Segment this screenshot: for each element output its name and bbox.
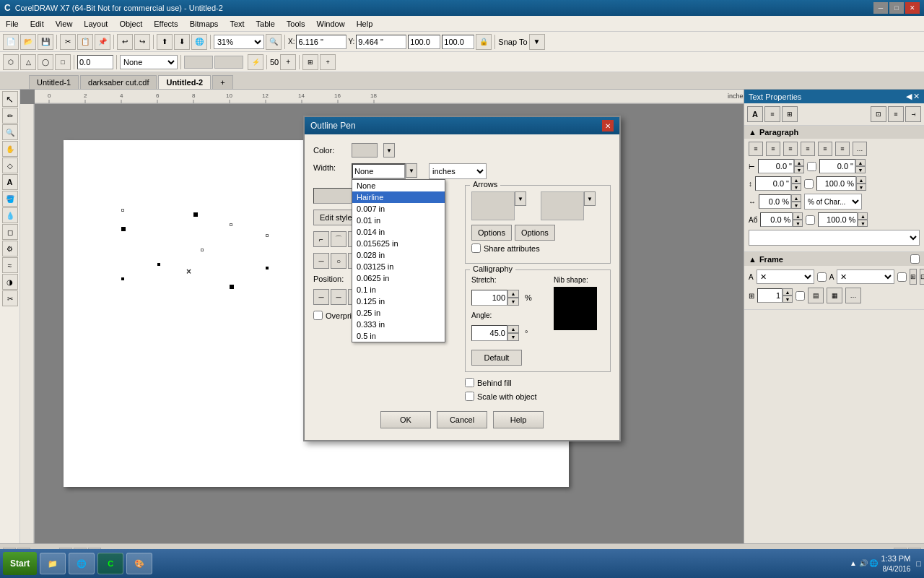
dialog-title-text: Outline Pen bbox=[310, 121, 356, 131]
behind-fill-checkbox[interactable] bbox=[465, 378, 474, 387]
stretch-input-wrapper: ▲ ▼ bbox=[471, 290, 519, 306]
color-swatch[interactable] bbox=[352, 143, 378, 158]
default-btn[interactable]: Default bbox=[471, 350, 522, 366]
width-combo-container: ▼ None Hairline 0.007 in 0.01 in 0.014 i… bbox=[352, 163, 417, 179]
overprint-checkbox[interactable] bbox=[313, 311, 323, 320]
width-option-0625[interactable]: 0.0625 in bbox=[352, 272, 445, 284]
stretch-input-row: ▲ ▼ % bbox=[471, 290, 548, 306]
arrows-grid: ▼ ▼ bbox=[471, 191, 604, 220]
corner-round-btn[interactable]: ⌒ bbox=[331, 231, 346, 247]
cancel-btn[interactable]: Cancel bbox=[437, 411, 487, 428]
stretch-unit: % bbox=[525, 293, 532, 302]
width-option-028[interactable]: 0.028 in bbox=[352, 249, 445, 261]
stretch-up[interactable]: ▲ bbox=[507, 290, 519, 298]
width-row: Width: ▼ None Hairline 0.007 in 0.01 in … bbox=[313, 163, 611, 179]
color-dropdown-arrow[interactable]: ▼ bbox=[383, 143, 395, 158]
outline-pen-dialog: Outline Pen ✕ Color: ▼ Width: ▼ bbox=[303, 116, 621, 441]
width-option-01in[interactable]: 0.1 in bbox=[352, 284, 445, 296]
width-option-05[interactable]: 0.5 in bbox=[352, 330, 445, 342]
width-unit-select[interactable]: inches bbox=[429, 163, 487, 179]
pos-inside-btn[interactable]: ─ bbox=[331, 289, 346, 305]
width-option-014[interactable]: 0.014 in bbox=[352, 226, 445, 238]
arrow-left-box[interactable] bbox=[471, 191, 515, 220]
dialog-overlay: Outline Pen ✕ Color: ▼ Width: ▼ bbox=[0, 0, 924, 578]
arrows-title: Arrows bbox=[470, 180, 500, 189]
angle-spin[interactable]: ▲ ▼ bbox=[507, 325, 519, 341]
calligraphy-title: Calligraphy bbox=[470, 264, 515, 273]
share-attributes-label: Share attributes bbox=[484, 244, 540, 253]
dialog-body: Color: ▼ Width: ▼ None Hairline 0.007 in bbox=[305, 134, 619, 440]
arrow-right-wrapper: ▼ bbox=[541, 191, 604, 220]
width-dropdown-list: None Hairline 0.007 in 0.01 in 0.014 in … bbox=[352, 179, 445, 342]
width-option-0333[interactable]: 0.333 in bbox=[352, 319, 445, 330]
angle-input-row: ▲ ▼ ° bbox=[471, 325, 548, 341]
arrow-options-btn1[interactable]: Options bbox=[471, 225, 512, 241]
angle-row: Angle: bbox=[471, 311, 548, 319]
stretch-input[interactable] bbox=[471, 290, 507, 306]
width-option-025[interactable]: 0.25 in bbox=[352, 307, 445, 319]
stretch-label: Stretch: bbox=[471, 276, 496, 284]
share-attr-row: Share attributes bbox=[471, 243, 604, 253]
scale-label: Scale with object bbox=[477, 392, 537, 401]
nib-label: Nib shape: bbox=[554, 276, 604, 284]
width-option-015625[interactable]: 0.015625 in bbox=[352, 238, 445, 249]
cap-round-btn[interactable]: ○ bbox=[331, 253, 346, 269]
width-combo-display: ▼ bbox=[352, 163, 417, 179]
stretch-down[interactable]: ▼ bbox=[507, 298, 519, 306]
angle-down[interactable]: ▼ bbox=[507, 333, 519, 341]
width-option-03125[interactable]: 0.03125 in bbox=[352, 261, 445, 272]
calligraphy-content: Stretch: ▲ ▼ bbox=[471, 276, 604, 366]
cap-flat-btn[interactable]: ─ bbox=[313, 253, 329, 269]
stretch-spin[interactable]: ▲ ▼ bbox=[507, 290, 519, 306]
width-dropdown-btn[interactable]: ▼ bbox=[406, 163, 417, 178]
dialog-title-bar: Outline Pen ✕ bbox=[305, 117, 619, 134]
angle-up[interactable]: ▲ bbox=[507, 325, 519, 333]
width-option-0125[interactable]: 0.125 in bbox=[352, 296, 445, 307]
pos-center-btn[interactable]: ─ bbox=[313, 289, 329, 305]
dialog-close-btn[interactable]: ✕ bbox=[602, 120, 614, 131]
share-attributes-checkbox[interactable] bbox=[471, 243, 481, 253]
color-row: Color: ▼ bbox=[313, 143, 611, 158]
behind-fill-row: Behind fill bbox=[465, 378, 611, 387]
angle-input-calli[interactable] bbox=[471, 325, 507, 341]
width-option-007[interactable]: 0.007 in bbox=[352, 203, 445, 215]
arrow-options-row: Options Options bbox=[471, 225, 604, 241]
corner-miter-btn[interactable]: ⌐ bbox=[313, 231, 329, 247]
width-option-hairline[interactable]: Hairline bbox=[352, 191, 445, 203]
calligraphy-section: Calligraphy Stretch: bbox=[465, 269, 611, 372]
width-option-none[interactable]: None bbox=[352, 180, 445, 191]
angle-label: Angle: bbox=[471, 311, 492, 319]
calligraphy-left: Stretch: ▲ ▼ bbox=[471, 276, 548, 366]
arrows-section: Arrows ▼ ▼ Options bbox=[465, 185, 611, 264]
arrow-right-btn[interactable]: ▼ bbox=[584, 191, 596, 206]
scale-checkbox[interactable] bbox=[465, 392, 474, 401]
color-label: Color: bbox=[313, 146, 346, 155]
stretch-row: Stretch: bbox=[471, 276, 548, 284]
dialog-right-col: Arrows ▼ ▼ Options bbox=[465, 185, 611, 405]
position-label: Position: bbox=[313, 275, 346, 283]
width-input[interactable] bbox=[352, 163, 406, 179]
arrow-left-wrapper: ▼ bbox=[471, 191, 535, 220]
width-label: Width: bbox=[313, 163, 346, 172]
arrow-options-btn2[interactable]: Options bbox=[515, 225, 555, 241]
width-option-01[interactable]: 0.01 in bbox=[352, 215, 445, 226]
ok-btn[interactable]: OK bbox=[380, 411, 431, 428]
dialog-footer: OK Cancel Help bbox=[313, 405, 611, 431]
arrow-right-box[interactable] bbox=[541, 191, 584, 220]
arrow-left-btn[interactable]: ▼ bbox=[515, 191, 526, 206]
nib-preview[interactable] bbox=[554, 287, 597, 330]
nib-section: Nib shape: bbox=[554, 276, 604, 366]
angle-input-wrapper: ▲ ▼ bbox=[471, 325, 519, 341]
scale-row: Scale with object bbox=[465, 392, 611, 401]
angle-degree: ° bbox=[525, 329, 528, 337]
behind-fill-label: Behind fill bbox=[477, 379, 512, 387]
help-btn[interactable]: Help bbox=[493, 411, 544, 428]
